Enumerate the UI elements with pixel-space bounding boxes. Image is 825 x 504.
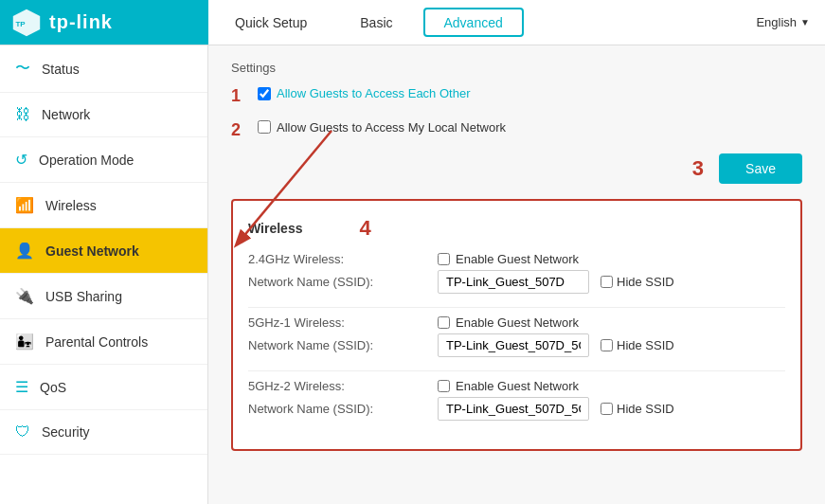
sidebar-label-usb-sharing: USB Sharing xyxy=(45,289,122,304)
sidebar-item-network[interactable]: ⛓ Network xyxy=(0,93,207,137)
hide-ssid-0: Hide SSID xyxy=(601,275,674,289)
step2-number: 2 xyxy=(231,120,250,141)
enable-label-1: Enable Guest Network xyxy=(456,315,579,330)
band-label-0: 2.4GHz Wireless: xyxy=(248,252,438,266)
wireless-section: Wireless 4 2.4GHz Wireless: Enable Guest… xyxy=(231,199,802,451)
sidebar-item-status[interactable]: 〜 Status xyxy=(0,45,207,93)
step2-checkbox-row: Allow Guests to Access My Local Network xyxy=(258,120,506,135)
ssid-input-1[interactable] xyxy=(438,333,589,357)
step3-number: 3 xyxy=(692,156,704,181)
step1-label: Allow Guests to Access Each Other xyxy=(277,86,470,100)
step2-label: Allow Guests to Access My Local Network xyxy=(277,120,506,135)
logo-icon: TP xyxy=(11,8,42,38)
sidebar-item-security[interactable]: 🛡 Security xyxy=(0,410,207,455)
ssid-label-1: Network Name (SSID): xyxy=(248,338,438,352)
divider-2 xyxy=(248,370,785,371)
ssid-row-1: Network Name (SSID): Hide SSID xyxy=(248,333,785,357)
step1-number: 1 xyxy=(231,86,250,107)
hide-ssid-label-1: Hide SSID xyxy=(617,338,674,352)
main-area: 〜 Status ⛓ Network ↺ Operation Mode 📶 Wi… xyxy=(0,45,825,504)
ssid-row-0: Network Name (SSID): Hide SSID xyxy=(248,270,785,294)
enable-label-0: Enable Guest Network xyxy=(456,252,579,266)
language-selector[interactable]: English ▼ xyxy=(741,15,825,29)
hide-ssid-label-0: Hide SSID xyxy=(617,275,674,289)
ssid-label-2: Network Name (SSID): xyxy=(248,402,438,416)
svg-text:TP: TP xyxy=(15,19,26,27)
sidebar-label-security: Security xyxy=(42,424,90,440)
hide-ssid-label-2: Hide SSID xyxy=(617,402,674,416)
step1-checkbox-row: Allow Guests to Access Each Other xyxy=(258,86,470,100)
nav-quick-setup[interactable]: Quick Setup xyxy=(208,0,333,45)
save-button[interactable]: Save xyxy=(719,153,802,184)
step2-row: 2 Allow Guests to Access My Local Networ… xyxy=(231,120,802,141)
save-area: 3 Save xyxy=(231,153,802,184)
parental-controls-icon: 👨‍👧 xyxy=(15,333,34,351)
settings-label: Settings xyxy=(231,61,802,75)
network-icon: ⛓ xyxy=(15,106,30,123)
sidebar-label-guest-network: Guest Network xyxy=(45,243,139,259)
band-label-1: 5GHz-1 Wireless: xyxy=(248,315,438,330)
chevron-down-icon: ▼ xyxy=(800,17,810,27)
hide-ssid-checkbox-1[interactable] xyxy=(601,339,613,351)
enable-label-2: Enable Guest Network xyxy=(456,379,579,393)
top-nav: TP tp-link Quick Setup Basic Advanced En… xyxy=(0,0,825,45)
sidebar-item-guest-network[interactable]: 👤 Guest Network xyxy=(0,228,207,274)
qos-icon: ☰ xyxy=(15,378,28,396)
security-icon: 🛡 xyxy=(15,423,30,441)
band-row-2: 5GHz-2 Wireless: Enable Guest Network Ne… xyxy=(248,379,785,421)
sidebar-label-operation-mode: Operation Mode xyxy=(39,153,134,168)
wireless-section-title: Wireless xyxy=(248,221,302,236)
step4-number: 4 xyxy=(359,216,370,241)
guest-network-icon: 👤 xyxy=(15,242,34,260)
operation-mode-icon: ↺ xyxy=(15,151,27,169)
enable-guest-2.4ghz-checkbox[interactable] xyxy=(438,253,450,265)
ssid-label-0: Network Name (SSID): xyxy=(248,275,438,289)
hide-ssid-checkbox-2[interactable] xyxy=(601,403,613,415)
ssid-row-2: Network Name (SSID): Hide SSID xyxy=(248,397,785,421)
band-row-1: 5GHz-1 Wireless: Enable Guest Network Ne… xyxy=(248,315,785,357)
language-label: English xyxy=(756,15,797,29)
nav-advanced[interactable]: Advanced xyxy=(423,8,524,37)
step1-row: 1 Allow Guests to Access Each Other xyxy=(231,86,802,107)
band-row-0: 2.4GHz Wireless: Enable Guest Network Ne… xyxy=(248,252,785,294)
sidebar-label-network: Network xyxy=(42,107,90,122)
nav-basic[interactable]: Basic xyxy=(333,0,419,45)
enable-guest-5ghz2-checkbox[interactable] xyxy=(438,380,450,392)
sidebar-item-qos[interactable]: ☰ QoS xyxy=(0,365,207,410)
nav-links: Quick Setup Basic Advanced xyxy=(208,0,741,45)
allow-guests-local-network-checkbox[interactable] xyxy=(258,120,271,134)
sidebar-label-qos: QoS xyxy=(40,380,66,395)
hide-ssid-checkbox-0[interactable] xyxy=(601,276,613,288)
enable-check-0: Enable Guest Network xyxy=(438,252,579,266)
usb-sharing-icon: 🔌 xyxy=(15,287,34,305)
status-icon: 〜 xyxy=(15,59,30,79)
sidebar-item-operation-mode[interactable]: ↺ Operation Mode xyxy=(0,137,207,183)
content-area: Settings 1 Allow Guests to Access Each O… xyxy=(208,45,825,504)
allow-guests-each-other-checkbox[interactable] xyxy=(258,87,271,100)
divider-1 xyxy=(248,307,785,308)
sidebar-label-status: Status xyxy=(42,62,80,77)
band-enable-row-0: 2.4GHz Wireless: Enable Guest Network xyxy=(248,252,785,266)
wireless-icon: 📶 xyxy=(15,196,34,214)
logo-text: tp-link xyxy=(49,11,113,33)
hide-ssid-2: Hide SSID xyxy=(601,402,674,416)
ssid-input-0[interactable] xyxy=(438,270,589,294)
sidebar: 〜 Status ⛓ Network ↺ Operation Mode 📶 Wi… xyxy=(0,45,208,504)
enable-check-1: Enable Guest Network xyxy=(438,315,579,330)
enable-check-2: Enable Guest Network xyxy=(438,379,579,393)
sidebar-label-wireless: Wireless xyxy=(45,198,97,213)
band-enable-row-1: 5GHz-1 Wireless: Enable Guest Network xyxy=(248,315,785,330)
band-enable-row-2: 5GHz-2 Wireless: Enable Guest Network xyxy=(248,379,785,393)
ssid-input-2[interactable] xyxy=(438,397,589,421)
sidebar-item-wireless[interactable]: 📶 Wireless xyxy=(0,183,207,228)
enable-guest-5ghz1-checkbox[interactable] xyxy=(438,316,450,329)
logo-area: TP tp-link xyxy=(0,0,208,45)
hide-ssid-1: Hide SSID xyxy=(601,338,674,352)
wireless-header: Wireless 4 xyxy=(248,216,785,241)
sidebar-item-parental-controls[interactable]: 👨‍👧 Parental Controls xyxy=(0,319,207,365)
band-label-2: 5GHz-2 Wireless: xyxy=(248,379,438,393)
sidebar-item-usb-sharing[interactable]: 🔌 USB Sharing xyxy=(0,274,207,319)
sidebar-label-parental-controls: Parental Controls xyxy=(45,334,148,350)
